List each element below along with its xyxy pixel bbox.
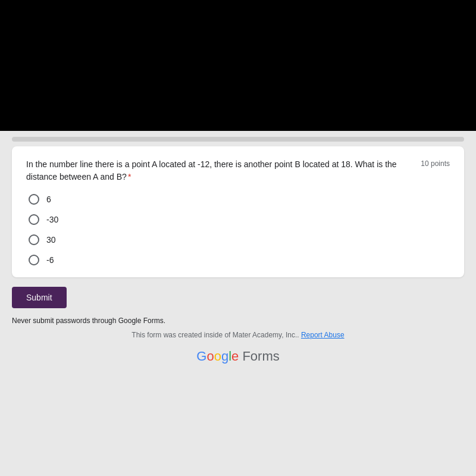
page-content: In the number line there is a point A lo… (0, 131, 476, 476)
option-item-neg6[interactable]: -6 (29, 255, 450, 265)
logo-g2: g (221, 349, 228, 364)
submit-button[interactable]: Submit (12, 287, 67, 308)
logo-g: G (196, 349, 206, 364)
radio-neg30[interactable] (29, 214, 39, 225)
question-header: In the number line there is a point A lo… (26, 158, 450, 183)
report-abuse-link[interactable]: Report Abuse (301, 331, 345, 339)
logo-o2: o (214, 349, 221, 364)
footer-area: This form was created inside of Mater Ac… (12, 331, 464, 339)
logo-forms: Forms (239, 349, 279, 364)
radio-6[interactable] (29, 194, 39, 205)
option-label-30: 30 (46, 235, 56, 245)
question-text: In the number line there is a point A lo… (26, 158, 414, 183)
option-item-neg30[interactable]: -30 (29, 214, 450, 225)
top-black-area (0, 0, 476, 131)
warning-text: Never submit passwords through Google Fo… (12, 317, 464, 325)
option-label-6: 6 (46, 195, 51, 204)
radio-30[interactable] (29, 234, 39, 245)
footer-text: This form was created inside of Mater Ac… (131, 331, 299, 339)
logo-e: e (231, 349, 239, 364)
option-label-neg30: -30 (46, 215, 58, 224)
logo-o1: o (206, 349, 214, 364)
required-star: * (128, 172, 131, 181)
option-label-neg6: -6 (46, 255, 54, 265)
options-list: 6 -30 30 -6 (26, 194, 450, 265)
question-body: In the number line there is a point A lo… (26, 159, 397, 181)
option-item-6[interactable]: 6 (29, 194, 450, 205)
points-badge: 10 points (421, 159, 450, 168)
google-forms-logo: Google Forms (12, 349, 464, 364)
radio-neg6[interactable] (29, 255, 39, 265)
question-card: In the number line there is a point A lo… (12, 146, 464, 277)
option-item-30[interactable]: 30 (29, 234, 450, 245)
scrollbar[interactable] (12, 137, 464, 142)
